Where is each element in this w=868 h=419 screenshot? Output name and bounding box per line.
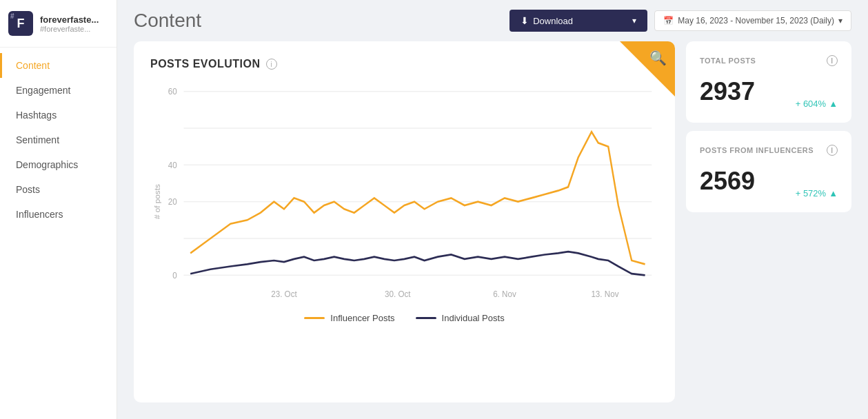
hash-icon: # — [10, 12, 14, 20]
stat-change-total-posts: + 604% ▲ — [796, 99, 838, 109]
legend-individual: Individual Posts — [416, 313, 505, 323]
stat-row-total: 2937 + 604% ▲ — [700, 77, 838, 109]
legend-influencer: Influencer Posts — [304, 313, 394, 323]
legend-label-individual: Individual Posts — [442, 313, 505, 323]
chart-title: POSTS EVOLUTION — [150, 58, 261, 70]
svg-text:40: 40 — [168, 160, 177, 170]
stat-value-total-posts: 2937 — [700, 77, 755, 106]
sidebar-item-influencers[interactable]: Influencers — [0, 202, 117, 227]
topbar: Content ⬇ Download ▾ 📅 May 16, 2023 - No… — [117, 0, 868, 41]
stat-label-total-posts: TOTAL POSTS i — [700, 55, 838, 66]
stat-value-posts-influencers: 2569 — [700, 167, 755, 196]
download-icon: ⬇ — [521, 15, 529, 26]
svg-text:20: 20 — [168, 196, 177, 207]
chart-card: 🔍 POSTS EVOLUTION i 60 40 20 — [134, 41, 675, 402]
brand-logo: # F — [8, 11, 33, 36]
date-picker-chevron: ▾ — [838, 16, 842, 25]
calendar-icon: 📅 — [663, 16, 674, 25]
legend-label-influencer: Influencer Posts — [330, 313, 394, 323]
chart-legend: Influencer Posts Individual Posts — [150, 313, 658, 323]
sidebar: # F foreverfaste... #foreverfaste... Con… — [0, 0, 117, 419]
stat-row-influencers: 2569 + 572% ▲ — [700, 167, 838, 198]
main-content: Content ⬇ Download ▾ 📅 May 16, 2023 - No… — [117, 0, 868, 419]
stat-card-total-posts: TOTAL POSTS i 2937 + 604% ▲ — [686, 41, 851, 123]
brand-handle: #foreverfaste... — [40, 25, 99, 33]
chart-svg: 60 40 20 0 # of posts 23. Oct 30. Oct 6.… — [150, 84, 658, 305]
brand-letter: F — [17, 17, 25, 31]
svg-text:# of posts: # of posts — [153, 184, 161, 219]
trend-arrow-up-2: ▲ — [829, 188, 838, 198]
corner-search-icon: 🔍 — [649, 50, 667, 66]
sidebar-item-demographics[interactable]: Demographics — [0, 152, 117, 177]
legend-line-individual — [416, 317, 436, 319]
download-button[interactable]: ⬇ Download ▾ — [509, 10, 647, 32]
stat-card-posts-influencers: POSTS FROM INFLUENCERS i 2569 + 572% ▲ — [686, 131, 851, 212]
svg-text:60: 60 — [168, 86, 177, 96]
chevron-down-icon: ▾ — [632, 16, 636, 25]
trend-arrow-up: ▲ — [829, 99, 838, 109]
chart-container: 60 40 20 0 # of posts 23. Oct 30. Oct 6.… — [150, 84, 658, 332]
chart-info-icon[interactable]: i — [266, 59, 277, 70]
brand-section: # F foreverfaste... #foreverfaste... — [0, 0, 117, 48]
chart-header: POSTS EVOLUTION i — [150, 58, 658, 70]
svg-text:13. Nov: 13. Nov — [591, 289, 619, 300]
sidebar-nav: Content Engagement Hashtags Sentiment De… — [0, 48, 117, 232]
svg-text:6. Nov: 6. Nov — [493, 289, 516, 300]
sidebar-item-engagement[interactable]: Engagement — [0, 78, 117, 103]
sidebar-item-sentiment[interactable]: Sentiment — [0, 127, 117, 152]
stat-change-posts-influencers: + 572% ▲ — [796, 188, 838, 198]
svg-text:23. Oct: 23. Oct — [271, 289, 297, 300]
legend-line-influencer — [304, 317, 325, 319]
stats-panel: TOTAL POSTS i 2937 + 604% ▲ POSTS FROM I… — [686, 41, 851, 402]
stat-label-posts-influencers: POSTS FROM INFLUENCERS i — [700, 145, 838, 156]
stat-info-icon-total[interactable]: i — [827, 55, 838, 66]
sidebar-item-hashtags[interactable]: Hashtags — [0, 103, 117, 127]
brand-info: foreverfaste... #foreverfaste... — [40, 14, 99, 33]
topbar-actions: ⬇ Download ▾ 📅 May 16, 2023 - November 1… — [509, 10, 851, 32]
svg-text:0: 0 — [172, 270, 177, 280]
date-range-picker[interactable]: 📅 May 16, 2023 - November 15, 2023 (Dail… — [654, 10, 851, 31]
page-title: Content — [134, 10, 201, 32]
sidebar-item-posts[interactable]: Posts — [0, 177, 117, 202]
sidebar-item-content[interactable]: Content — [0, 53, 117, 78]
content-area: 🔍 POSTS EVOLUTION i 60 40 20 — [117, 41, 868, 419]
stat-info-icon-influencers[interactable]: i — [827, 145, 838, 156]
svg-text:30. Oct: 30. Oct — [385, 289, 411, 300]
brand-name: foreverfaste... — [40, 14, 99, 25]
download-label: Download — [533, 16, 573, 26]
date-range-text: May 16, 2023 - November 15, 2023 (Daily) — [678, 16, 834, 25]
